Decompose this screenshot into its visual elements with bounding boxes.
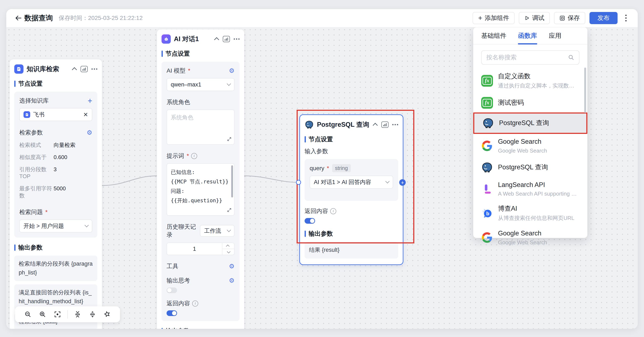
publish-button[interactable]: 发布 — [590, 12, 618, 24]
node-menu-icon[interactable] — [234, 38, 240, 40]
feishu-doc-icon — [24, 111, 30, 118]
selected-knowledge-base[interactable]: 飞书 ✕ — [19, 108, 92, 121]
divider — [67, 310, 68, 318]
section-node-settings: 节点设置 — [166, 50, 190, 58]
prompt-textarea[interactable]: 已知信息: {{MCP 节点.result}} 问题: {{开始.questio… — [166, 163, 234, 216]
thinking-toggle[interactable] — [166, 288, 177, 293]
system-role-textarea[interactable]: 系统角色 — [166, 110, 234, 145]
query-source-value: 开始 > 用户问题 — [24, 222, 64, 230]
expand-all-button[interactable] — [88, 310, 97, 319]
tab-basic-components[interactable]: 基础组件 — [481, 27, 506, 44]
more-menu-button[interactable] — [622, 14, 630, 23]
node-knowledge-retrieval[interactable]: 知识库检索 节点设置 选择知识库 + — [10, 60, 102, 329]
search-params-gear-icon[interactable]: ⚙ — [87, 130, 92, 136]
thinking-gear-icon[interactable]: ⚙ — [229, 278, 234, 284]
list-item-bocha-ai[interactable]: b 博查AI 从博查搜索任何信息和网页URL — [481, 201, 580, 226]
section-bar — [14, 80, 16, 87]
info-icon[interactable] — [192, 300, 198, 306]
expand-icon[interactable] — [227, 137, 232, 142]
svg-text:b: b — [486, 211, 490, 216]
output-param: 结果 {result} — [304, 242, 398, 258]
kb-settings-card: 选择知识库 + 飞书 ✕ 检索参数 ⚙ 检索模式 向量检索 — [14, 92, 97, 238]
output-param: 满足直接回答的分段列表 {is_hit_handling_method_list… — [14, 284, 97, 310]
fx-icon: fx — [481, 97, 493, 109]
section-bar — [14, 244, 16, 251]
chevron-down-icon — [227, 228, 231, 232]
return-content-toggle[interactable] — [166, 310, 177, 316]
collapse-icon[interactable] — [214, 37, 219, 42]
list-item-postgresql-query[interactable]: PostgreSQL 查询 — [481, 158, 580, 177]
add-next-node-button[interactable]: + — [399, 179, 406, 186]
section-bar — [162, 328, 163, 329]
param-row: 检索模式 向量检索 — [19, 142, 92, 149]
collapse-all-button[interactable] — [73, 310, 82, 319]
number-stepper[interactable] — [222, 243, 234, 255]
plus-icon: + — [478, 14, 482, 22]
model-gear-icon[interactable]: ⚙ — [229, 68, 234, 74]
section-outputs: 输出参数 — [18, 244, 42, 252]
textarea-scrollbar[interactable] — [231, 165, 233, 198]
collapse-icon[interactable] — [72, 67, 77, 72]
section-node-settings: 节点设置 — [18, 80, 42, 88]
info-icon[interactable] — [191, 153, 197, 159]
input-port[interactable] — [296, 180, 301, 185]
tools-gear-icon[interactable]: ⚙ — [229, 263, 234, 270]
return-content-label: 返回内容 — [166, 300, 234, 308]
run-data-icon[interactable] — [80, 66, 88, 72]
tab-function-library[interactable]: 函数库 — [518, 27, 537, 44]
model-value: qwen–max1 — [171, 82, 202, 88]
back-arrow-icon — [15, 14, 22, 22]
stepper-down[interactable] — [222, 249, 234, 255]
fit-view-button[interactable] — [53, 310, 62, 319]
list-item-test-password[interactable]: fx 测试密码 — [481, 93, 580, 112]
node-title: 知识库检索 — [27, 65, 70, 74]
history-label: 历史聊天记录 — [166, 223, 200, 239]
panel-scrollbar[interactable] — [584, 68, 586, 113]
search-input[interactable]: 按名称搜索 — [481, 50, 580, 65]
zoom-in-button[interactable] — [38, 310, 48, 319]
prompt-text: 已知信息: {{MCP 节点.result}} 问题: {{开始.questio… — [171, 168, 230, 205]
run-data-icon[interactable] — [223, 36, 230, 42]
postgresql-icon — [482, 117, 494, 129]
search-placeholder: 按名称搜索 — [486, 53, 568, 62]
back-button[interactable] — [14, 14, 23, 23]
list-item-custom-function[interactable]: fx 自定义函数 通过执行自定义脚本，实现数据处理 — [481, 68, 580, 93]
langsearch-icon — [481, 183, 493, 195]
add-knowledge-base-button[interactable]: + — [88, 97, 92, 105]
google-icon — [481, 232, 493, 244]
node-ai-chat[interactable]: AI 对话1 节点设置 AI 模型* ⚙ qw — [157, 30, 244, 329]
section-bar — [162, 50, 163, 57]
saved-time: 保存时间：2025-03-25 21:22:12 — [59, 14, 472, 22]
history-rounds-input[interactable]: 1 — [166, 242, 234, 255]
system-role-placeholder: 系统角色 — [171, 114, 194, 121]
workflow-canvas[interactable]: 知识库检索 节点设置 选择知识库 + — [6, 27, 638, 329]
app-window: 数据查询 保存时间：2025-03-25 21:22:12 + 添加组件 调试 … — [6, 9, 638, 329]
zoom-out-button[interactable] — [23, 310, 33, 319]
tab-applications[interactable]: 应用 — [549, 27, 561, 44]
highlight-rectangle — [296, 110, 414, 244]
list-item-langsearch-api[interactable]: LangSearch API A Web Search API supporti… — [481, 177, 580, 201]
list-item-postgresql-query-highlighted[interactable]: PostgreSQL 查询 — [473, 112, 587, 134]
list-item-google-search[interactable]: Google Search Google Web Search — [481, 134, 580, 158]
debug-button[interactable]: 调试 — [519, 12, 550, 24]
param-row: 最多引用字符数 5000 — [19, 185, 92, 199]
system-role-label: 系统角色 — [166, 98, 234, 106]
prompt-label: 提示词* — [166, 152, 234, 160]
stepper-up[interactable] — [222, 243, 234, 249]
remove-kb-icon[interactable]: ✕ — [83, 111, 88, 118]
search-icon — [568, 54, 574, 61]
add-component-button[interactable]: + 添加组件 — [472, 12, 514, 24]
save-button[interactable]: 保存 — [554, 12, 585, 24]
fx-icon: fx — [481, 75, 493, 87]
select-kb-label: 选择知识库 — [19, 97, 49, 105]
expand-icon[interactable] — [227, 208, 232, 213]
node-menu-icon[interactable] — [92, 68, 97, 70]
beautify-layout-button[interactable] — [102, 310, 112, 319]
postgresql-icon — [481, 162, 493, 173]
model-select[interactable]: qwen–max1 — [166, 78, 234, 91]
list-item-google-search[interactable]: Google Search Google Web Search — [481, 226, 580, 250]
chevron-down-icon — [227, 82, 231, 86]
query-source-select[interactable]: 开始 > 用户问题 — [19, 220, 92, 232]
history-scope-select[interactable]: 工作流 — [200, 225, 234, 237]
component-panel: 基础组件 函数库 应用 按名称搜索 fx 自定义函数 通过执行自定义脚本，实现数… — [473, 27, 587, 238]
